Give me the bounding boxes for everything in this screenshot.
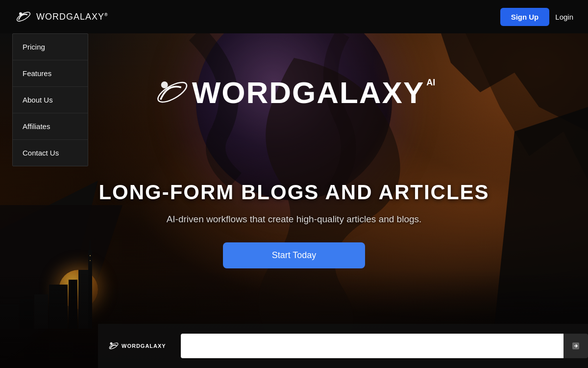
svg-rect-15 xyxy=(90,255,91,256)
send-icon xyxy=(571,341,581,351)
art-top-right xyxy=(343,33,588,205)
bottom-strip: WORDGALAXY xyxy=(98,324,588,368)
dropdown-item-features[interactable]: Features xyxy=(13,60,88,87)
bottom-logo-icon xyxy=(108,340,120,352)
dropdown-item-about-us[interactable]: About Us xyxy=(13,87,88,113)
svg-point-2 xyxy=(19,12,22,15)
nav-logo-text: WORDGALAXY® xyxy=(36,12,108,22)
bottom-logo-small: WORDGALAXY xyxy=(108,340,166,352)
dropdown-item-contact-us[interactable]: Contact Us xyxy=(13,140,88,166)
nav-actions: Sign Up Login xyxy=(500,8,573,26)
svg-point-19 xyxy=(155,79,190,106)
bottom-input-preview xyxy=(181,334,564,358)
bottom-logo-text: WORDGALAXY xyxy=(122,343,166,349)
svg-point-18 xyxy=(155,75,190,109)
hero-subtitle: AI-driven workflows that create high-qua… xyxy=(98,214,490,225)
hero-title: LONG-FORM BLOGS AND ARTICLES xyxy=(98,181,490,204)
hero-logo: WORDGALAXY AI xyxy=(153,73,436,112)
bottom-logo-area: WORDGALAXY xyxy=(98,340,176,352)
login-button[interactable]: Login xyxy=(555,13,573,21)
hero-content: LONG-FORM BLOGS AND ARTICLES AI-driven w… xyxy=(98,181,490,268)
hero-section: WORDGALAXY AI LONG-FORM BLOGS AND ARTICL… xyxy=(0,33,588,368)
start-today-button[interactable]: Start Today xyxy=(223,242,366,268)
nav-logo[interactable]: WORDGALAXY® xyxy=(15,8,108,26)
svg-rect-16 xyxy=(90,260,91,261)
svg-point-22 xyxy=(110,342,113,345)
hero-logo-icon xyxy=(153,73,192,112)
svg-point-21 xyxy=(108,342,119,350)
dropdown-menu: Pricing Features About Us Affiliates Con… xyxy=(12,33,88,166)
signup-button[interactable]: Sign Up xyxy=(500,8,550,26)
dropdown-item-pricing[interactable]: Pricing xyxy=(13,34,88,60)
svg-point-0 xyxy=(16,9,31,25)
hero-logo-wordgalaxy: WORDGALAXY xyxy=(192,75,425,110)
bottom-action-button[interactable] xyxy=(564,334,588,358)
dropdown-item-affiliates[interactable]: Affiliates xyxy=(13,113,88,140)
svg-point-1 xyxy=(16,10,31,23)
nav-logo-icon xyxy=(15,8,32,26)
svg-point-20 xyxy=(161,81,168,88)
navbar: WORDGALAXY® Sign Up Login xyxy=(0,0,588,33)
hero-logo-ai: AI xyxy=(426,78,435,88)
